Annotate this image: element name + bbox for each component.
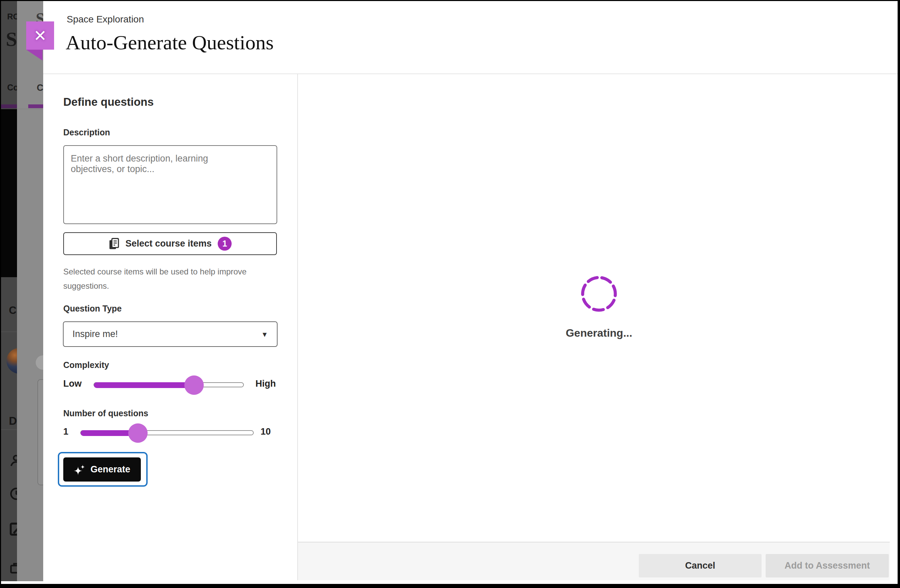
header-divider [43,73,898,74]
backdrop-top-text: RO [7,12,17,22]
number-of-questions-label: Number of questions [63,408,148,418]
course-items-helper-text: Selected course items will be used to he… [63,265,271,293]
selected-count-badge: 1 [218,237,232,251]
complexity-label: Complexity [63,360,109,370]
backdrop-divider [1,332,17,332]
edit-icon [8,521,17,538]
course-context-label: Space Exploration [67,14,144,25]
backdrop-dark-rail: RO S Co C D [1,1,17,581]
backdrop-divider [1,430,17,430]
app-canvas: RO S Co C D S C Space Exploration Auto [1,1,898,584]
generating-status-text: Generating... [548,327,650,340]
complexity-slider[interactable] [93,382,244,387]
question-type-select[interactable]: Inspire me! ▾ [63,321,278,347]
avatar [6,348,17,374]
clock-icon [9,487,17,501]
select-course-items-label: Select course items [126,238,212,249]
backdrop-page-letter: S [6,28,17,51]
number-of-questions-slider[interactable] [80,430,254,435]
close-button[interactable]: ✕ [26,22,54,50]
description-input[interactable] [63,145,277,224]
cancel-button[interactable]: Cancel [639,554,762,577]
backdrop-tab-content: Co [7,83,17,93]
person-icon [9,454,17,468]
backdrop-gray-rail: S C [17,1,43,581]
close-icon: ✕ [34,28,47,43]
question-type-value: Inspire me! [73,329,262,340]
backdrop-tab-underline [1,104,17,108]
complexity-max-label: High [256,379,276,389]
backdrop-avatar-ghost [36,355,43,370]
generating-spinner [578,273,620,315]
briefcase-icon [9,561,17,575]
questions-max-label: 10 [261,427,271,437]
complexity-min-label: Low [63,379,82,389]
close-button-fold [26,50,42,61]
panel-divider [297,74,298,580]
add-to-assessment-button[interactable]: Add to Assessment [766,554,889,577]
backdrop-panel-ghost [37,379,43,485]
backdrop-tab-c: C [37,83,43,93]
backdrop-section-heading-c: C [9,304,16,316]
backdrop-section-heading-d: D [9,414,17,428]
generate-button[interactable]: Generate [63,458,141,481]
questions-slider-thumb[interactable] [128,424,147,443]
backdrop-media-block [1,109,17,277]
description-label: Description [63,127,110,137]
screenshot-frame: RO S Co C D S C Space Exploration Auto [0,0,900,588]
form-heading: Define questions [63,96,154,109]
sparkle-icon [74,464,85,475]
course-items-pages-icon [109,238,119,250]
generate-label: Generate [90,464,130,475]
questions-min-label: 1 [63,427,68,437]
chevron-down-icon: ▾ [262,329,267,339]
complexity-slider-fill [94,382,194,388]
select-course-items-button[interactable]: Select course items 1 [63,232,277,255]
modal-title: Auto-Generate Questions [66,31,273,54]
backdrop-divider [17,109,43,109]
backdrop-tab-underline-active [28,104,43,108]
question-type-label: Question Type [63,304,122,313]
